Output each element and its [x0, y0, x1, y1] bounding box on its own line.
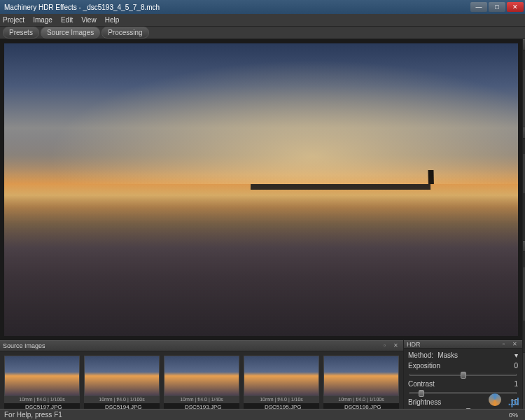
window-controls: — □ ✕: [470, 2, 524, 12]
window-title: Machinery HDR Effects - _dsc5193_4_5_7_8…: [1, 4, 160, 11]
preview-image: [4, 43, 518, 336]
status-bar: For Help, press F1 0%: [0, 409, 525, 420]
source-thumbnails: 10mm | f/4.0 | 1/100s_DSC5197.JPG 10mm |…: [0, 351, 403, 416]
exposition-label: Exposition: [408, 362, 440, 370]
method-dropdown[interactable]: Masks: [433, 351, 514, 359]
source-images-header: Source Images ▫✕: [0, 340, 403, 351]
tab-processing[interactable]: Processing: [102, 27, 148, 38]
pin-icon[interactable]: ▫: [503, 341, 510, 348]
tab-bar: Presets Source Images Processing: [0, 27, 525, 39]
pin-icon[interactable]: ▫: [384, 342, 391, 349]
thumbnail[interactable]: 10mm | f/4.0 | 1/100s_DSC5197.JPG: [4, 356, 80, 412]
close-panel-icon[interactable]: ✕: [393, 342, 400, 349]
thumbnail[interactable]: 10mm | f/4.0 | 1/40s_DSC5193.JPG: [164, 356, 239, 412]
status-progress: 0%: [62, 412, 521, 419]
source-images-title: Source Images: [3, 342, 46, 349]
contrast-value: 1: [514, 380, 518, 388]
menu-image[interactable]: Image: [33, 16, 52, 24]
watermark-text: .pl: [508, 396, 519, 407]
tab-source-images[interactable]: Source Images: [41, 27, 100, 38]
status-help-text: For Help, press F1: [4, 411, 62, 419]
maximize-button[interactable]: □: [489, 2, 505, 12]
minimize-button[interactable]: —: [470, 2, 487, 12]
exposition-slider[interactable]: [410, 374, 517, 376]
thumbnail[interactable]: 10mm | f/4.0 | 1/10s_DSC5195.JPG: [244, 356, 319, 412]
contrast-slider[interactable]: [410, 392, 517, 394]
menu-edit[interactable]: Edit: [61, 16, 73, 24]
thumbnail[interactable]: 10mm | f/4.0 | 1/100s_DSC5198.JPG: [323, 356, 399, 412]
title-bar: Machinery HDR Effects - _dsc5193_4_5_7_8…: [0, 0, 525, 14]
contrast-label: Contrast: [408, 380, 435, 388]
menu-view[interactable]: View: [81, 16, 97, 24]
menu-bar: Project Image Edit View Help: [0, 14, 525, 27]
menu-project[interactable]: Project: [3, 16, 24, 24]
image-canvas[interactable]: [0, 39, 522, 340]
dropdown-icon[interactable]: ▾: [514, 351, 518, 359]
tab-presets[interactable]: Presets: [3, 27, 39, 38]
close-button[interactable]: ✕: [507, 2, 524, 12]
watermark-logo-icon: [489, 393, 501, 406]
hdr-title: HDR: [407, 341, 421, 348]
close-panel-icon[interactable]: ✕: [512, 341, 519, 348]
brightness-label: Brightness: [408, 398, 441, 406]
menu-help[interactable]: Help: [105, 16, 120, 24]
exposition-value: 0: [514, 362, 518, 370]
hdr-panel-header: HDR ▫✕: [404, 340, 522, 349]
method-label: Method:: [408, 351, 433, 359]
thumbnail[interactable]: 10mm | f/4.0 | 1/100s_DSC5194.JPG: [84, 356, 160, 412]
